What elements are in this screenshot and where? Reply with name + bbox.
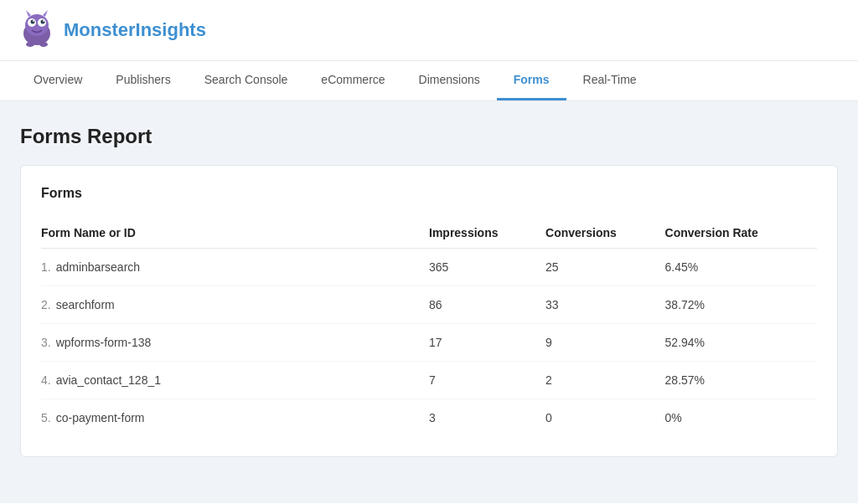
row-number: 2. — [41, 298, 51, 311]
nav-item-real-time[interactable]: Real-Time — [566, 61, 654, 100]
cell-conversion-rate: 6.45% — [665, 249, 817, 286]
cell-form-name: 2.searchform — [41, 286, 429, 324]
table-row: 1.adminbarsearch365256.45% — [41, 249, 817, 286]
nav-item-forms[interactable]: Forms — [497, 61, 566, 100]
forms-card: Forms Form Name or ID Impressions Conver… — [20, 165, 838, 457]
table-header-row: Form Name or ID Impressions Conversions … — [41, 218, 817, 249]
cell-impressions: 17 — [429, 324, 545, 362]
card-title: Forms — [41, 186, 817, 201]
form-name-value: co-payment-form — [56, 411, 145, 424]
cell-conversion-rate: 52.94% — [665, 324, 817, 362]
col-header-name: Form Name or ID — [41, 218, 429, 249]
nav-item-ecommerce[interactable]: eCommerce — [304, 61, 401, 100]
content: Forms Report Forms Form Name or ID Impre… — [0, 101, 858, 503]
nav-bar: OverviewPublishersSearch ConsoleeCommerc… — [0, 61, 858, 101]
cell-impressions: 3 — [429, 399, 545, 437]
cell-impressions: 86 — [429, 286, 545, 324]
nav-item-search-console[interactable]: Search Console — [188, 61, 305, 100]
forms-table: Form Name or ID Impressions Conversions … — [41, 218, 817, 436]
row-number: 3. — [41, 336, 51, 349]
logo-text: MonsterInsights — [64, 19, 206, 41]
svg-point-7 — [43, 20, 44, 22]
row-number: 1. — [41, 260, 51, 274]
app-wrapper: MonsterInsights OverviewPublishersSearch… — [0, 0, 858, 504]
form-name-value: adminbarsearch — [56, 260, 140, 274]
nav-item-overview[interactable]: Overview — [17, 61, 99, 100]
form-name-value: avia_contact_128_1 — [56, 373, 161, 387]
table-row: 4.avia_contact_128_17228.57% — [41, 362, 817, 399]
cell-conversions: 9 — [545, 324, 665, 362]
svg-point-6 — [33, 20, 34, 22]
cell-conversions: 33 — [545, 286, 665, 324]
row-number: 4. — [41, 373, 51, 387]
row-number: 5. — [41, 411, 51, 424]
logo-icon — [17, 10, 57, 50]
svg-point-4 — [31, 20, 35, 24]
nav-item-dimensions[interactable]: Dimensions — [402, 61, 497, 100]
table-row: 3.wpforms-form-13817952.94% — [41, 324, 817, 362]
cell-form-name: 4.avia_contact_128_1 — [41, 362, 429, 399]
cell-form-name: 1.adminbarsearch — [41, 249, 429, 286]
header: MonsterInsights — [0, 0, 858, 61]
form-name-value: searchform — [56, 298, 115, 311]
cell-conversion-rate: 28.57% — [665, 362, 817, 399]
table-row: 5.co-payment-form300% — [41, 399, 817, 437]
logo-area: MonsterInsights — [17, 10, 206, 50]
svg-marker-8 — [26, 10, 31, 17]
table-body: 1.adminbarsearch365256.45%2.searchform86… — [41, 249, 817, 437]
col-header-impressions: Impressions — [429, 218, 545, 249]
col-header-conversions: Conversions — [545, 218, 665, 249]
svg-point-11 — [39, 42, 48, 47]
form-name-value: wpforms-form-138 — [56, 336, 152, 349]
cell-conversions: 0 — [545, 399, 665, 437]
svg-marker-9 — [43, 10, 48, 17]
cell-conversions: 2 — [545, 362, 665, 399]
logo-blue: Insights — [136, 19, 206, 40]
cell-form-name: 3.wpforms-form-138 — [41, 324, 429, 362]
page-title: Forms Report — [20, 125, 838, 148]
svg-point-5 — [41, 20, 45, 24]
cell-impressions: 7 — [429, 362, 545, 399]
cell-form-name: 5.co-payment-form — [41, 399, 429, 437]
col-header-rate: Conversion Rate — [665, 218, 817, 249]
cell-conversion-rate: 38.72% — [665, 286, 817, 324]
svg-point-10 — [26, 42, 34, 47]
table-row: 2.searchform863338.72% — [41, 286, 817, 324]
cell-conversion-rate: 0% — [665, 399, 817, 437]
nav-item-publishers[interactable]: Publishers — [99, 61, 187, 100]
cell-impressions: 365 — [429, 249, 545, 286]
logo-dark: Monster — [64, 19, 136, 40]
cell-conversions: 25 — [545, 249, 665, 286]
